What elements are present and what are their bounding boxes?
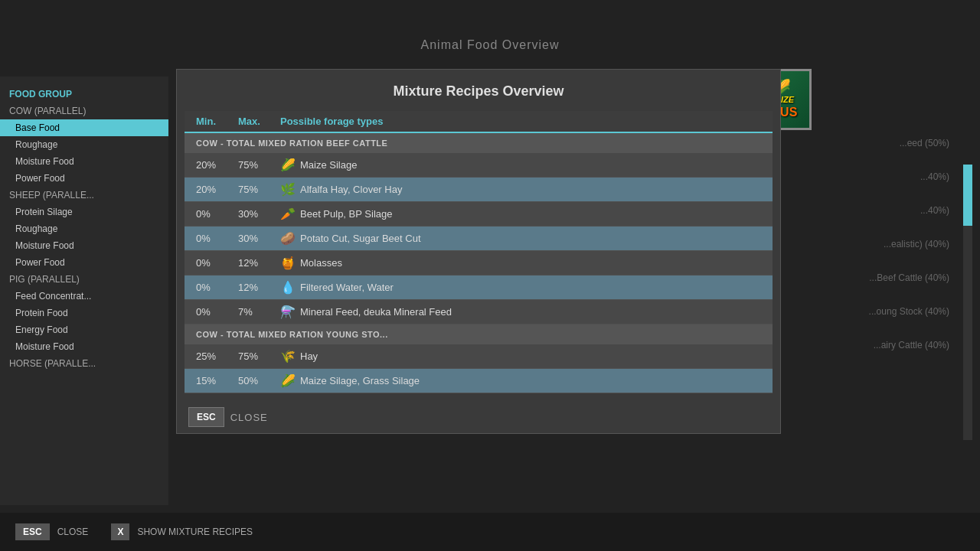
- sidebar-item-feed-concentrate[interactable]: Feed Concentrat...: [0, 288, 168, 305]
- table-row: 20% 75% 🌽Maize Silage: [185, 153, 773, 178]
- row-max: 30%: [238, 233, 280, 244]
- row-min: 20%: [196, 159, 238, 171]
- sidebar-item-energy-food[interactable]: Energy Food: [0, 321, 168, 338]
- table-row: 0% 30% 🥕Beet Pulp, BP Silage: [185, 202, 773, 227]
- row-max: 12%: [238, 257, 280, 269]
- right-info-item-1: ...eed (50%): [869, 138, 949, 148]
- hay-icon: 🌿: [280, 182, 296, 197]
- row-min: 0%: [196, 233, 238, 244]
- sidebar-item-protein-silage[interactable]: Protein Silage: [0, 204, 168, 220]
- table-row: 25% 75% 🌾Hay: [185, 344, 773, 369]
- sidebar-item-power-food2[interactable]: Power Food: [0, 254, 168, 271]
- sidebar-item-roughage2[interactable]: Roughage: [0, 220, 168, 237]
- row-max: 12%: [238, 282, 280, 293]
- row-forage: 💧Filtered Water, Water: [280, 280, 761, 295]
- section-header-young-stock: COW - TOTAL MIXED RATION YOUNG STO...: [185, 324, 773, 344]
- row-min: 25%: [196, 350, 238, 362]
- sidebar-item-power-food[interactable]: Power Food: [0, 170, 168, 187]
- hay2-icon: 🌾: [280, 349, 296, 364]
- scrollbar-track[interactable]: [963, 165, 972, 440]
- row-max: 50%: [238, 375, 280, 386]
- modal-table: Min. Max. Possible forage types COW - TO…: [185, 111, 773, 393]
- sidebar-item-roughage[interactable]: Roughage: [0, 136, 168, 153]
- table-row: 0% 30% 🥔Potato Cut, Sugar Beet Cut: [185, 227, 773, 251]
- table-row: 20% 75% 🌿Alfalfa Hay, Clover Hay: [185, 178, 773, 202]
- col-max-header: Max.: [238, 116, 280, 127]
- row-forage: 🥔Potato Cut, Sugar Beet Cut: [280, 231, 761, 246]
- sidebar-group-label: Food Group: [0, 84, 168, 103]
- show-mixture-button[interactable]: SHOW MIXTURE RECIPES: [137, 527, 253, 537]
- water-icon: 💧: [280, 280, 296, 295]
- row-min: 0%: [196, 208, 238, 220]
- col-forage-header: Possible forage types: [280, 116, 761, 127]
- right-info-item-3: ...40%): [869, 205, 949, 216]
- scrollbar-thumb[interactable]: [963, 165, 972, 226]
- right-info-item-5: ...Beef Cattle (40%): [869, 272, 949, 283]
- sidebar-item-cow-parallel[interactable]: COW (PARALLEL): [0, 103, 168, 119]
- bottom-esc-button[interactable]: ESC: [15, 523, 50, 540]
- modal-close-button[interactable]: CLOSE: [230, 412, 268, 423]
- right-info-item-6: ...oung Stock (40%): [869, 306, 949, 317]
- page-title: Animal Food Overview: [421, 38, 560, 52]
- sidebar-item-moisture-food2[interactable]: Moisture Food: [0, 237, 168, 254]
- silage-icon: 🌽: [280, 373, 296, 388]
- row-forage: 🍯Molasses: [280, 256, 761, 270]
- sidebar-item-protein-food[interactable]: Protein Food: [0, 305, 168, 321]
- sidebar-item-pig-parallel[interactable]: PIG (PARALLEL): [0, 271, 168, 288]
- row-max: 75%: [238, 350, 280, 362]
- row-forage: 🌽Maize Silage: [280, 158, 761, 172]
- right-panel: ...eed (50%) ...40%) ...40%) ...ealistic…: [869, 138, 949, 373]
- row-min: 0%: [196, 257, 238, 269]
- sidebar-item-moisture-food3[interactable]: Moisture Food: [0, 338, 168, 355]
- row-max: 7%: [238, 306, 280, 318]
- row-min: 0%: [196, 282, 238, 293]
- row-max: 75%: [238, 184, 280, 195]
- potato-icon: 🥔: [280, 231, 296, 246]
- section-header-beef-cattle: COW - TOTAL MIXED RATION BEEF CATTLE: [185, 133, 773, 153]
- table-row: 15% 50% 🌽Maize Silage, Grass Silage: [185, 369, 773, 393]
- beet-icon: 🥕: [280, 207, 296, 221]
- sidebar-item-base-food[interactable]: Base Food: [0, 119, 168, 136]
- row-max: 30%: [238, 208, 280, 220]
- row-min: 15%: [196, 375, 238, 386]
- table-row: 0% 12% 💧Filtered Water, Water: [185, 276, 773, 300]
- right-info-item-2: ...40%): [869, 171, 949, 182]
- right-info-item-4: ...ealistic) (40%): [869, 239, 949, 249]
- sidebar-item-sheep-parallel[interactable]: SHEEP (PARALLE...: [0, 187, 168, 204]
- table-header: Min. Max. Possible forage types: [185, 111, 773, 133]
- table-row: 0% 7% ⚗️Mineral Feed, deuka Mineral Feed: [185, 300, 773, 324]
- molasses-icon: 🍯: [280, 256, 296, 270]
- bottom-x-button[interactable]: X: [111, 523, 129, 540]
- modal-footer: ESC CLOSE: [177, 401, 780, 433]
- sidebar: Food Group COW (PARALLEL) Base Food Roug…: [0, 77, 168, 505]
- row-forage: ⚗️Mineral Feed, deuka Mineral Feed: [280, 305, 761, 319]
- modal: Mixture Recipes Overview Min. Max. Possi…: [176, 69, 781, 434]
- maize-silage-icon: 🌽: [280, 158, 296, 172]
- row-max: 75%: [238, 159, 280, 171]
- mineral-icon: ⚗️: [280, 305, 296, 319]
- row-forage: 🌾Hay: [280, 349, 761, 364]
- modal-title: Mixture Recipes Overview: [177, 70, 780, 111]
- modal-esc-button[interactable]: ESC: [188, 407, 224, 427]
- row-min: 20%: [196, 184, 238, 195]
- right-info-item-7: ...airy Cattle (40%): [869, 340, 949, 350]
- sidebar-item-moisture-food[interactable]: Moisture Food: [0, 153, 168, 170]
- bottom-close-button[interactable]: CLOSE: [57, 527, 89, 537]
- bottom-bar: ESC CLOSE X SHOW MIXTURE RECIPES: [0, 513, 980, 551]
- sidebar-item-horse-parallel[interactable]: HORSE (PARALLE...: [0, 355, 168, 372]
- col-min-header: Min.: [196, 116, 238, 127]
- row-forage: 🌿Alfalfa Hay, Clover Hay: [280, 182, 761, 197]
- row-forage: 🥕Beet Pulp, BP Silage: [280, 207, 761, 221]
- row-min: 0%: [196, 306, 238, 318]
- table-row: 0% 12% 🍯Molasses: [185, 251, 773, 276]
- row-forage: 🌽Maize Silage, Grass Silage: [280, 373, 761, 388]
